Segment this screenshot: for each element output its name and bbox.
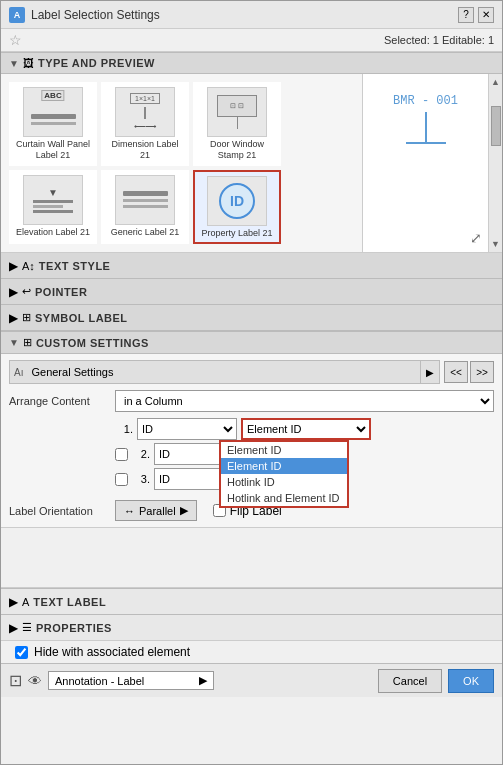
orientation-label: Label Orientation: [9, 505, 109, 517]
footer-stamp-icon: ⊡: [9, 671, 22, 690]
window-controls: ? ✕: [458, 7, 494, 23]
pointer-header[interactable]: ▶ ↩ POINTER: [1, 279, 502, 305]
label-item-door-window[interactable]: ⊡ ⊡ Door Window Stamp 21: [193, 82, 281, 166]
eye-icon: 👁: [28, 673, 42, 689]
preview-label-text: BMR - 001: [393, 94, 458, 108]
custom-settings-header[interactable]: ▼ ⊞ CUSTOM SETTINGS: [1, 331, 502, 354]
text-label-title: TEXT LABEL: [33, 596, 106, 608]
pointer-title: POINTER: [35, 286, 87, 298]
id-rows: 1. ID Element ID Element ID Element ID H…: [115, 418, 494, 490]
scroll-up-arrow[interactable]: ▲: [491, 74, 500, 90]
curtain-wall-icon: ABC: [23, 87, 83, 137]
preview-area: BMR - 001 ⤢: [363, 74, 488, 252]
label-item-curtain-wall[interactable]: ABC Curtain Wall Panel Label 21: [9, 82, 97, 166]
dropdown-item-hotlink-id[interactable]: Hotlink ID: [221, 474, 347, 490]
pointer-arrow: ▶: [9, 285, 18, 299]
door-window-label: Door Window Stamp 21: [198, 139, 276, 161]
arrange-content-select[interactable]: in a Column: [115, 390, 494, 412]
dimension-label: Dimension Label 21: [106, 139, 184, 161]
footer-left: ⊡ 👁: [9, 671, 42, 690]
hide-label-text: Hide with associated element: [34, 645, 190, 659]
custom-settings-icon: ⊞: [23, 336, 32, 349]
arrange-content-row: Arrange Content in a Column: [9, 390, 494, 412]
custom-settings-title: CUSTOM SETTINGS: [36, 337, 149, 349]
symbol-label-title: SYMBOL LABEL: [35, 312, 128, 324]
text-style-header[interactable]: ▶ A↕ TEXT STYLE: [1, 253, 502, 279]
hide-checkbox-row: Hide with associated element: [1, 640, 502, 663]
row3-checkbox[interactable]: [115, 473, 128, 486]
general-settings-nav: Aı General Settings ▶: [9, 360, 440, 384]
orientation-icon: ↔: [124, 505, 135, 517]
row3-num: 3.: [132, 473, 150, 485]
dropdown-item-hotlink-element-id[interactable]: Hotlink and Element ID: [221, 490, 347, 506]
label-item-dimension[interactable]: 1×1×1 ⟵⟶ Dimension Label 21: [101, 82, 189, 166]
close-button[interactable]: ✕: [478, 7, 494, 23]
orientation-button[interactable]: ↔ Parallel ▶: [115, 500, 197, 521]
arrange-content-label: Arrange Content: [9, 395, 109, 407]
properties-header[interactable]: ▶ ☰ PROPERTIES: [1, 614, 502, 640]
nav-buttons: << >>: [444, 361, 494, 383]
footer: ⊡ 👁 Annotation - Label ▶ Cancel OK: [1, 663, 502, 697]
row2-checkbox[interactable]: [115, 448, 128, 461]
door-window-icon: ⊡ ⊡: [207, 87, 267, 137]
text-label-header[interactable]: ▶ A TEXT LABEL: [1, 588, 502, 614]
row1-id-select[interactable]: ID: [137, 418, 237, 440]
label-item-elevation[interactable]: ▼ Elevation Label 21: [9, 170, 97, 245]
property-label: Property Label 21: [201, 228, 272, 239]
generic-icon: [115, 175, 175, 225]
text-style-arrow: ▶: [9, 259, 18, 273]
property-icon: ID: [207, 176, 267, 226]
id-row-1: 1. ID Element ID Element ID Element ID H…: [115, 418, 494, 440]
properties-arrow: ▶: [9, 621, 18, 635]
row1-type-select[interactable]: Element ID: [241, 418, 371, 440]
ai-icon: Aı: [10, 367, 27, 378]
orientation-value: Parallel: [139, 505, 176, 517]
symbol-label-icon: ⊞: [22, 311, 31, 324]
nav-next-button[interactable]: >>: [470, 361, 494, 383]
general-settings-label: General Settings: [27, 366, 420, 378]
type-preview-content: ABC Curtain Wall Panel Label 21 1×1×1 ⟵⟶: [1, 74, 502, 253]
preview-scrollbar[interactable]: ▲ ▼: [488, 74, 502, 252]
preview-panel: BMR - 001 ⤢ ▲ ▼: [362, 74, 502, 252]
main-window: A Label Selection Settings ? ✕ ☆ Selecte…: [0, 0, 503, 765]
preview-expand-icon[interactable]: ⤢: [470, 230, 482, 246]
selected-info: Selected: 1 Editable: 1: [384, 34, 494, 46]
favorite-icon[interactable]: ☆: [9, 32, 22, 48]
label-item-property[interactable]: ID Property Label 21: [193, 170, 281, 245]
nav-prev-button[interactable]: <<: [444, 361, 468, 383]
dimension-icon: 1×1×1 ⟵⟶: [115, 87, 175, 137]
dropdown-item-element-id-1[interactable]: Element ID: [221, 442, 347, 458]
type-preview-header[interactable]: ▼ 🖼 TYPE AND PREVIEW: [1, 52, 502, 74]
nav-expand-arrow[interactable]: ▶: [420, 361, 439, 383]
row2-num: 2.: [132, 448, 150, 460]
properties-icon: ☰: [22, 621, 32, 634]
text-style-title: TEXT STYLE: [39, 260, 111, 272]
ok-button[interactable]: OK: [448, 669, 494, 693]
preview-drawing: BMR - 001: [373, 84, 478, 144]
app-icon: A: [9, 7, 25, 23]
label-item-generic[interactable]: Generic Label 21: [101, 170, 189, 245]
hide-checkbox[interactable]: [15, 646, 28, 659]
type-preview-title: TYPE AND PREVIEW: [38, 57, 155, 69]
symbol-label-header[interactable]: ▶ ⊞ SYMBOL LABEL: [1, 305, 502, 331]
text-label-arrow: ▶: [9, 595, 18, 609]
text-style-icon: A↕: [22, 260, 35, 272]
cancel-button[interactable]: Cancel: [378, 669, 442, 693]
orientation-expand-icon: ▶: [180, 504, 188, 517]
scroll-thumb[interactable]: [491, 106, 501, 146]
title-bar: A Label Selection Settings ? ✕: [1, 1, 502, 29]
elevation-icon: ▼: [23, 175, 83, 225]
generic-label: Generic Label 21: [111, 227, 180, 238]
window-title: Label Selection Settings: [31, 8, 452, 22]
element-type-dropdown: Element ID Element ID Hotlink ID Hotlink…: [219, 440, 349, 508]
symbol-label-arrow: ▶: [9, 311, 18, 325]
help-button[interactable]: ?: [458, 7, 474, 23]
general-settings-row: Aı General Settings ▶ << >>: [9, 360, 494, 384]
pointer-icon: ↩: [22, 285, 31, 298]
annotation-dropdown-arrow: ▶: [199, 674, 207, 687]
annotation-dropdown[interactable]: Annotation - Label ▶: [48, 671, 214, 690]
elevation-label: Elevation Label 21: [16, 227, 90, 238]
scroll-down-arrow[interactable]: ▼: [491, 236, 500, 252]
dropdown-item-element-id-2[interactable]: Element ID: [221, 458, 347, 474]
properties-title: PROPERTIES: [36, 622, 112, 634]
